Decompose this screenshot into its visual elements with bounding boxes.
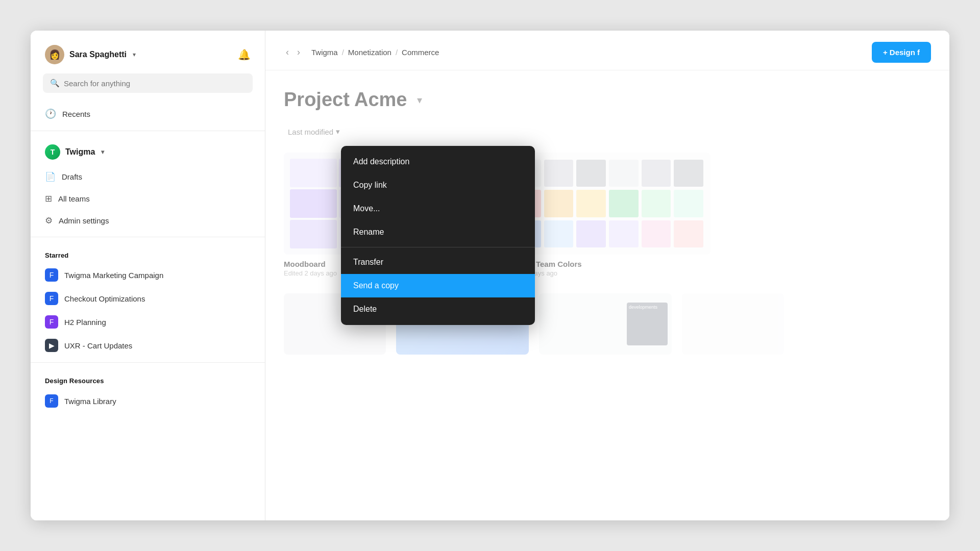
library-icon: F: [45, 394, 58, 408]
divider-2: [31, 237, 265, 237]
drafts-label: Drafts: [62, 172, 82, 181]
menu-item-add-description[interactable]: Add description: [341, 150, 535, 173]
menu-label-copy-link: Copy link: [353, 181, 387, 190]
starred-name-1: Checkout Optimizations: [64, 294, 145, 303]
breadcrumb-part-2[interactable]: Commerce: [402, 48, 439, 57]
recents-label: Recents: [62, 110, 90, 118]
starred-item-0[interactable]: F Twigma Marketing Campaign: [31, 263, 265, 287]
menu-item-copy-link[interactable]: Copy link: [341, 173, 535, 197]
menu-label-send-copy: Send a copy: [353, 281, 399, 290]
starred-icon-3: ▶: [45, 339, 58, 352]
sidebar-item-drafts[interactable]: 📄 Drafts: [31, 166, 265, 188]
starred-name-3: UXR - Cart Updates: [64, 341, 132, 350]
main-content-area: ‹ › Twigma / Monetization / Commerce + D…: [265, 31, 949, 520]
design-resources-label: Design Resources: [31, 368, 265, 389]
menu-item-move[interactable]: Move...: [341, 197, 535, 220]
menu-label-move: Move...: [353, 204, 380, 213]
forward-arrow-icon[interactable]: ›: [295, 46, 302, 59]
starred-icon-1: F: [45, 292, 58, 305]
context-menu: Add description Copy link Move... Rename…: [341, 146, 535, 325]
sidebar-item-recents[interactable]: 🕐 Recents: [31, 102, 265, 126]
breadcrumb-part-1[interactable]: Monetization: [348, 48, 391, 57]
starred-icon-0: F: [45, 268, 58, 282]
menu-label-add-description: Add description: [353, 157, 409, 166]
sidebar-header: 👩 Sara Spaghetti ▾ 🔔: [31, 31, 265, 73]
starred-item-2[interactable]: F H2 Planning: [31, 310, 265, 334]
search-input[interactable]: [64, 79, 246, 88]
all-teams-label: All teams: [58, 194, 90, 203]
workspace-section: T Twigma ▾: [31, 136, 265, 166]
add-design-label: + Design f: [883, 48, 920, 57]
starred-item-3[interactable]: ▶ UXR - Cart Updates: [31, 334, 265, 357]
menu-item-send-copy[interactable]: Send a copy: [341, 274, 535, 297]
main-scrollable: Project Acme ▾ Last modified ▾: [265, 70, 949, 520]
sidebar-item-admin[interactable]: ⚙ Admin settings: [31, 210, 265, 232]
chevron-down-icon: ▾: [133, 51, 136, 58]
starred-item-1[interactable]: F Checkout Optimizations: [31, 287, 265, 310]
workspace-name: Twigma: [65, 147, 95, 157]
sidebar-item-all-teams[interactable]: ⊞ All teams: [31, 188, 265, 210]
menu-label-rename: Rename: [353, 228, 384, 237]
file-icon: 📄: [45, 171, 56, 182]
breadcrumb: Twigma / Monetization / Commerce: [311, 48, 439, 57]
back-arrow-icon[interactable]: ‹: [284, 46, 291, 59]
nav-arrows: ‹ ›: [284, 46, 302, 59]
clock-icon: 🕐: [45, 108, 56, 119]
workspace-item[interactable]: T Twigma ▾: [45, 141, 251, 163]
twigma-library-label: Twigma Library: [64, 397, 116, 406]
menu-item-delete[interactable]: Delete: [341, 297, 535, 321]
starred-section-label: Starred: [31, 242, 265, 263]
breadcrumb-sep-0: /: [342, 48, 344, 57]
notification-bell-icon[interactable]: 🔔: [238, 48, 251, 61]
menu-item-transfer[interactable]: Transfer: [341, 251, 535, 274]
divider-3: [31, 362, 265, 363]
search-icon: 🔍: [50, 79, 60, 88]
search-bar[interactable]: 🔍: [43, 73, 253, 93]
divider: [31, 131, 265, 131]
starred-name-2: H2 Planning: [64, 318, 106, 327]
sidebar: 👩 Sara Spaghetti ▾ 🔔 🔍 🕐 Recents T Twigm…: [31, 31, 265, 520]
breadcrumb-area: ‹ › Twigma / Monetization / Commerce: [284, 46, 439, 59]
starred-icon-2: F: [45, 315, 58, 329]
menu-item-rename[interactable]: Rename: [341, 220, 535, 244]
menu-label-delete: Delete: [353, 305, 377, 314]
sidebar-item-twigma-library[interactable]: F Twigma Library: [31, 389, 265, 413]
grid-icon: ⊞: [45, 193, 52, 204]
menu-divider: [341, 247, 535, 247]
add-design-button[interactable]: + Design f: [872, 42, 931, 63]
breadcrumb-part-0[interactable]: Twigma: [311, 48, 338, 57]
chevron-down-icon: ▾: [101, 148, 104, 156]
starred-name-0: Twigma Marketing Campaign: [64, 271, 163, 280]
topbar: ‹ › Twigma / Monetization / Commerce + D…: [265, 31, 949, 70]
menu-label-transfer: Transfer: [353, 258, 383, 267]
workspace-logo: T: [45, 144, 60, 160]
breadcrumb-sep-1: /: [396, 48, 398, 57]
settings-icon: ⚙: [45, 215, 53, 226]
user-menu[interactable]: 👩 Sara Spaghetti ▾: [45, 45, 136, 64]
avatar: 👩: [45, 45, 64, 64]
admin-label: Admin settings: [59, 216, 109, 225]
user-name: Sara Spaghetti: [69, 50, 127, 59]
